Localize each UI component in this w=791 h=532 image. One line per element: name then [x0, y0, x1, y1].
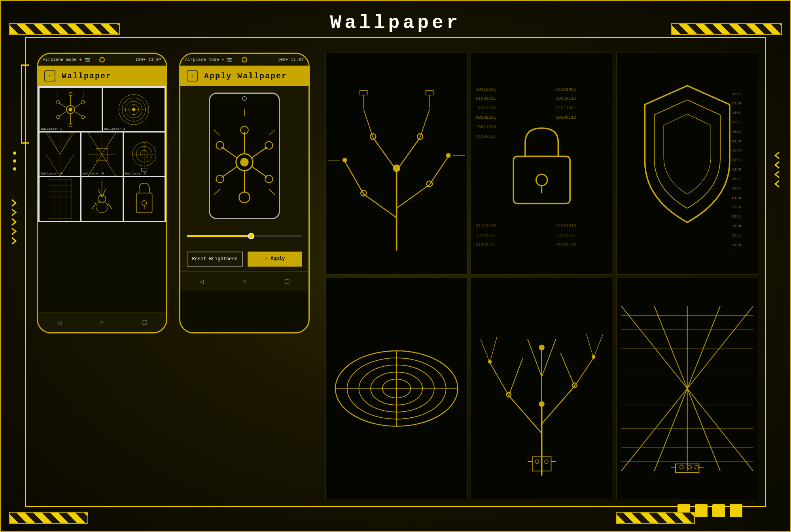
svg-point-61	[265, 142, 272, 149]
wallpaper-item-9[interactable]	[124, 177, 165, 221]
phone1-nav-recent[interactable]: □	[143, 319, 147, 327]
right-panel-2[interactable]: 10110101 01001011 11010100 00101101 1001…	[471, 53, 613, 275]
svg-text:01101001: 01101001	[556, 87, 576, 92]
svg-point-159	[545, 460, 549, 464]
phone2-bottom-nav: ◁ ○ □	[180, 271, 308, 291]
svg-text:10010110: 10010110	[556, 96, 576, 101]
svg-text:1100: 1100	[732, 224, 741, 228]
svg-line-3	[74, 103, 82, 108]
svg-text:11010100: 11010100	[476, 106, 496, 110]
svg-text:1011: 1011	[732, 92, 741, 97]
preview-notch	[242, 96, 247, 101]
phone1-bottom-nav: ◁ ○ □	[38, 312, 166, 332]
hazard-stripe-tr	[671, 23, 782, 34]
svg-point-81	[393, 165, 400, 172]
wallpaper-row3	[40, 177, 165, 221]
svg-text:01100101: 01100101	[476, 134, 496, 139]
svg-line-29	[60, 133, 72, 154]
svg-line-68	[269, 130, 275, 136]
hud-line-bottom	[49, 506, 742, 507]
svg-text:11001010: 11001010	[556, 223, 576, 228]
svg-line-24	[46, 133, 60, 154]
svg-point-10	[81, 115, 84, 118]
svg-point-84	[343, 158, 347, 163]
svg-line-150	[594, 334, 603, 358]
svg-text:1010: 1010	[732, 243, 741, 247]
phone2-status-bar: Airplane mode ✈ 📷 100+ 11:07	[180, 54, 308, 66]
svg-line-138	[509, 396, 542, 433]
svg-line-147	[481, 339, 490, 363]
right-panel-1[interactable]	[325, 53, 467, 275]
phone-preview-frame	[209, 93, 280, 219]
svg-point-183	[694, 465, 698, 469]
svg-text:00101101: 00101101	[476, 115, 496, 120]
wallpaper-preview-area	[180, 86, 308, 225]
wallpaper-item-7[interactable]	[40, 177, 80, 221]
svg-line-165	[687, 306, 720, 388]
svg-line-143	[575, 358, 594, 386]
wallpaper-item-4[interactable]: Wallpaper 4	[40, 133, 80, 176]
wallpaper-4-label: Wallpaper 4	[41, 172, 62, 175]
left-chevrons	[10, 199, 22, 245]
svg-point-54	[240, 158, 248, 166]
phone1-status-left: Airplane mode ✈ 📷	[43, 57, 90, 62]
apply-button[interactable]: ✓ Apply	[248, 252, 302, 267]
svg-text:00110101: 00110101	[556, 233, 576, 238]
phone2-title: Apply Wallpaper	[204, 72, 287, 81]
svg-line-5	[74, 112, 82, 116]
svg-line-145	[528, 339, 542, 377]
svg-point-158	[535, 460, 539, 464]
phone1-back-button[interactable]: ‹	[44, 70, 55, 81]
phone2-nav-home[interactable]: ○	[242, 278, 247, 286]
brightness-slider-thumb[interactable]	[248, 233, 254, 239]
svg-point-11	[57, 115, 60, 118]
svg-point-155	[592, 355, 596, 359]
svg-point-85	[446, 153, 451, 158]
svg-text:10101100: 10101100	[556, 242, 576, 247]
phone2-camera	[242, 57, 247, 62]
svg-text:10001011: 10001011	[476, 233, 496, 238]
svg-line-149	[587, 334, 594, 358]
right-panel-3[interactable]: 1011 0100 1101 0011 1001 0110 1010 0101 …	[616, 53, 758, 275]
phone1-status-right: 100+ 11:07	[135, 57, 161, 62]
svg-line-59	[221, 167, 237, 178]
phone1-wallpaper-grid: Wallpaper 1 Wallpaper 3	[38, 86, 166, 222]
right-panel-4[interactable]	[325, 278, 467, 500]
svg-line-170	[687, 388, 720, 471]
right-panels: 10110101 01001011 11010100 00101101 1001…	[325, 53, 758, 499]
phone2-header: ‹ Apply Wallpaper	[180, 66, 308, 86]
svg-text:01110100: 01110100	[476, 223, 496, 228]
right-panel-6[interactable]	[616, 278, 758, 500]
phone1-nav-home[interactable]: ○	[100, 319, 104, 327]
wallpaper-item-8[interactable]	[81, 177, 122, 221]
action-buttons: Reset Brightness ✓ Apply	[180, 247, 308, 271]
phone2-nav-recent[interactable]: □	[285, 278, 290, 286]
wallpaper-item-6[interactable]: Wallpaper 6	[124, 133, 165, 176]
phone2-nav-back[interactable]: ◁	[200, 277, 204, 286]
svg-line-163	[654, 306, 687, 388]
phone2-back-button[interactable]: ‹	[187, 70, 198, 81]
svg-text:1100: 1100	[732, 167, 741, 172]
hazard-stripe-tl	[9, 23, 120, 34]
svg-rect-40	[141, 168, 147, 171]
svg-point-95	[536, 174, 548, 186]
svg-point-51	[142, 201, 146, 205]
svg-line-73	[363, 194, 396, 218]
svg-point-1	[68, 108, 72, 112]
svg-line-146	[542, 339, 556, 377]
svg-line-74	[397, 185, 430, 208]
wallpaper-item-5[interactable]: Wallpaper 5	[81, 133, 122, 176]
svg-line-56	[252, 147, 267, 158]
wallpaper-5-label: Wallpaper 5	[83, 172, 104, 175]
wallpaper-item-1[interactable]: Wallpaper 1	[40, 88, 102, 131]
wallpaper-item-3[interactable]: Wallpaper 3	[103, 88, 165, 131]
phone1-nav-back[interactable]: ◁	[57, 318, 62, 327]
svg-text:1010: 1010	[732, 148, 741, 153]
phone2-status-right: 100+ 11:07	[278, 57, 304, 62]
reset-brightness-button[interactable]: Reset Brightness	[187, 252, 243, 267]
right-panel-5[interactable]	[471, 278, 613, 500]
svg-line-78	[397, 138, 420, 170]
brightness-slider-fill	[187, 235, 250, 237]
svg-text:01001011: 01001011	[476, 96, 496, 101]
page-title: Wallpaper	[330, 12, 461, 34]
